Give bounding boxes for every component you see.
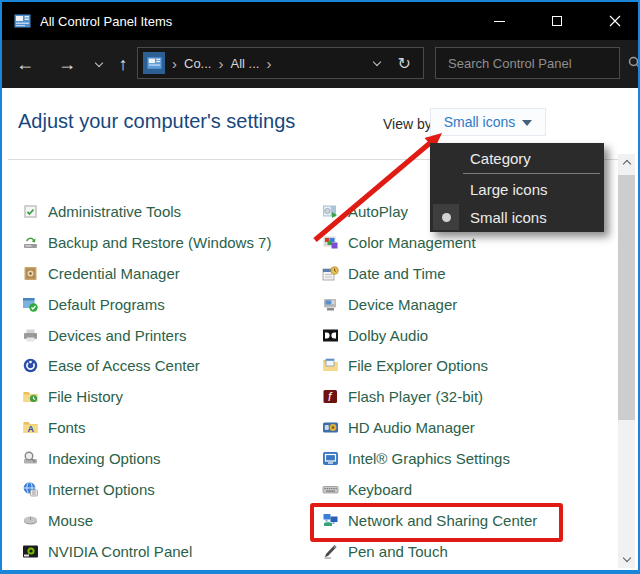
indexing-options-icon (22, 450, 39, 467)
forward-icon: → (58, 54, 76, 75)
item-hd-audio-manager[interactable]: HD Audio Manager (322, 412, 617, 443)
item-indexing-options[interactable]: Indexing Options (22, 443, 317, 474)
back-button[interactable]: ← (12, 40, 38, 88)
file-history-icon (22, 388, 39, 405)
breadcrumb-chevron-icon: › (218, 56, 223, 71)
mouse-icon (22, 512, 39, 529)
scrollbar-thumb[interactable] (618, 175, 635, 420)
breadcrumb-segment-all-items[interactable]: All ... (230, 56, 259, 71)
control-panel-icon (14, 13, 31, 30)
chevron-up-icon (622, 160, 630, 168)
menu-separator (463, 173, 600, 174)
item-device-manager[interactable]: Device Manager (322, 289, 617, 320)
item-administrative-tools[interactable]: Administrative Tools (22, 196, 317, 227)
item-internet-options[interactable]: Internet Options (22, 474, 317, 505)
recent-pages-button[interactable] (90, 40, 108, 88)
item-backup-restore[interactable]: Backup and Restore (Windows 7) (22, 227, 317, 258)
autoplay-icon (322, 203, 339, 220)
keyboard-icon (322, 481, 339, 498)
item-ease-of-access[interactable]: Ease of Access Center (22, 350, 317, 381)
intel-graphics-icon (322, 450, 339, 467)
search-box (435, 47, 620, 79)
breadcrumb-chevron-icon: › (172, 56, 177, 71)
up-button[interactable]: ↑ (110, 40, 136, 88)
devices-printers-icon (22, 327, 39, 344)
close-button[interactable] (592, 2, 638, 40)
minimize-icon (494, 21, 505, 22)
item-file-explorer-options[interactable]: File Explorer Options (322, 350, 617, 381)
page-title: Adjust your computer's settings (18, 110, 295, 133)
item-credential-manager[interactable]: Credential Manager (22, 258, 317, 289)
item-date-and-time[interactable]: Date and Time (322, 258, 617, 289)
item-file-history[interactable]: File History (22, 381, 317, 412)
navigation-bar: ← → ↑ › Co... › All ... › ↻ (2, 40, 638, 88)
menu-item-large-icons[interactable]: Large icons (430, 175, 604, 203)
dolby-audio-icon (322, 327, 339, 344)
maximize-button[interactable] (534, 2, 580, 40)
internet-options-icon (22, 481, 39, 498)
view-by-dropdown[interactable]: Small icons (430, 108, 546, 136)
item-devices-printers[interactable]: Devices and Printers (22, 320, 317, 351)
device-manager-icon (322, 296, 339, 313)
caret-down-icon (522, 120, 532, 126)
breadcrumb-segment-control-panel[interactable]: Co... (184, 56, 211, 71)
forward-button[interactable]: → (54, 40, 80, 88)
date-time-icon (322, 265, 339, 282)
window-controls (464, 2, 638, 40)
search-input[interactable] (436, 56, 624, 71)
content-area: Adjust your computer's settings View by:… (2, 88, 638, 570)
control-panel-icon (147, 56, 162, 71)
nvidia-icon (22, 543, 39, 560)
selected-radio-icon (433, 204, 459, 230)
view-by-menu: Category Large icons Small icons (430, 143, 604, 232)
fonts-icon: A (22, 419, 39, 436)
minimize-button[interactable] (476, 2, 522, 40)
item-nvidia-control-panel[interactable]: NVIDIA Control Panel (22, 536, 317, 567)
default-programs-icon (22, 296, 39, 313)
hd-audio-manager-icon (322, 419, 339, 436)
breadcrumb-chevron-icon: › (266, 56, 271, 71)
ease-of-access-icon (22, 357, 39, 374)
item-dolby-audio[interactable]: Dolby Audio (322, 320, 617, 351)
item-default-programs[interactable]: Default Programs (22, 289, 317, 320)
vertical-scrollbar[interactable] (618, 154, 635, 568)
control-panel-breadcrumb-icon[interactable] (143, 52, 165, 74)
administrative-tools-icon (22, 203, 39, 220)
scroll-down-button[interactable] (618, 551, 635, 568)
item-keyboard[interactable]: Keyboard (322, 474, 617, 505)
search-icon[interactable] (628, 56, 640, 70)
control-panel-window: All Control Panel Items ← → ↑ (0, 0, 640, 574)
item-flash-player[interactable]: f Flash Player (32-bit) (322, 381, 617, 412)
item-mouse[interactable]: Mouse (22, 505, 317, 536)
up-icon: ↑ (119, 54, 128, 75)
address-dropdown-icon[interactable] (372, 57, 380, 65)
annotation-highlight-rectangle (310, 503, 563, 542)
pen-touch-icon (322, 543, 339, 560)
credential-manager-icon (22, 265, 39, 282)
view-by-value: Small icons (444, 114, 516, 130)
item-intel-graphics-settings[interactable]: Intel® Graphics Settings (322, 443, 617, 474)
window-title: All Control Panel Items (40, 14, 172, 29)
address-bar[interactable]: › Co... › All ... › ↻ (137, 47, 424, 79)
items-column-left: Administrative Tools Backup and Restore … (22, 196, 317, 567)
file-explorer-options-icon (322, 357, 339, 374)
menu-item-category[interactable]: Category (430, 144, 604, 172)
flash-player-icon: f (322, 388, 339, 405)
view-by-label: View by: (383, 116, 436, 132)
chevron-down-icon (95, 58, 103, 66)
item-fonts[interactable]: A Fonts (22, 412, 317, 443)
scroll-up-button[interactable] (618, 154, 635, 171)
back-icon: ← (16, 54, 34, 75)
backup-restore-icon (22, 234, 39, 251)
color-management-icon (322, 234, 339, 251)
refresh-button[interactable]: ↻ (398, 54, 411, 73)
svg-text:A: A (28, 424, 35, 434)
maximize-icon (552, 16, 562, 26)
menu-item-small-icons[interactable]: Small icons (430, 203, 604, 231)
chevron-down-icon (622, 554, 630, 562)
close-icon (609, 15, 621, 27)
titlebar: All Control Panel Items (2, 2, 638, 40)
